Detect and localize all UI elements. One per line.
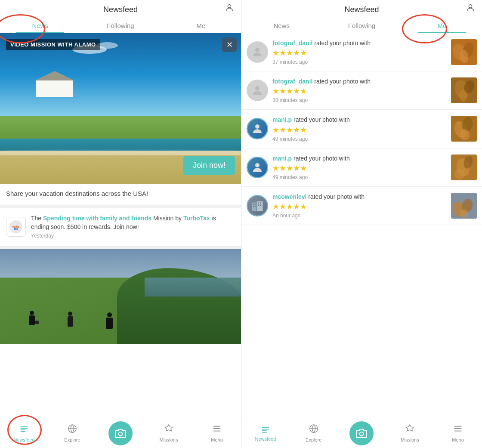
menu-icon-left [212,424,222,436]
notif-item-2: fotograf_danil rated your photo with ★★★… [241,71,482,110]
join-button[interactable]: Join now! [183,156,235,175]
notif-time-5: An hour ago [272,213,447,219]
svg-point-11 [119,432,123,436]
svg-rect-37 [257,201,263,211]
left-tab-news[interactable]: News [0,18,80,33]
svg-point-49 [460,209,468,218]
svg-rect-39 [255,204,256,205]
right-nav-missions-label: Missions [401,437,419,442]
svg-rect-41 [255,206,256,207]
right-nav-newsfeed[interactable]: Newsfeed [241,418,290,448]
right-nav-menu-label: Menu [452,437,464,442]
right-nav-menu[interactable]: Menu [434,418,482,448]
notif-item-1: fotograf_danil rated your photo with ★★★… [241,33,482,71]
notif-time-1: 37 minutes ago [272,59,447,65]
notif-thumb-5 [451,193,477,219]
notif-stars-5: ★★★★★ [272,202,447,211]
notif-stars-4: ★★★★★ [272,164,447,173]
right-header-title: Newsfeed [344,5,379,14]
right-header: Newsfeed [241,0,482,18]
notif-item-3: mani.p rated your photo with ★★★★★ 49 mi… [241,110,482,148]
right-bottom-nav: Newsfeed Explore [241,418,482,448]
left-nav-newsfeed[interactable]: Newsfeed [0,418,48,448]
left-nav-missions-label: Missions [160,437,178,442]
notif-text-1: fotograf_danil rated your photo with [272,39,447,47]
notif-time-2: 38 minutes ago [272,97,447,103]
left-tab-me[interactable]: Me [161,18,241,33]
notif-thumb-2 [451,77,477,103]
right-missions-icon [405,424,414,436]
left-tab-following[interactable]: Following [80,18,161,33]
notif-body-4: mani.p rated your photo with ★★★★★ 49 mi… [272,154,447,180]
svg-rect-38 [253,204,254,205]
left-bottom-nav: Newsfeed Explore [0,418,241,448]
svg-point-0 [228,4,231,7]
right-panel: Newsfeed News Following Me fotograf_dani… [241,0,482,448]
beach-house [36,71,79,97]
right-tab-news[interactable]: News [241,18,321,33]
notif-thumb-3 [451,116,477,142]
left-nav-menu-label: Menu [211,437,223,442]
notif-time-4: 49 minutes ago [272,174,447,180]
notif-text-3: mani.p rated your photo with [272,116,447,124]
left-nav-menu[interactable]: Menu [193,418,241,448]
notif-avatar-5 [247,195,268,216]
right-profile-icon[interactable] [466,3,475,15]
notif-text-2: fotograf_danil rated your photo with [272,77,447,85]
svg-rect-43 [260,202,261,204]
hiking-image [0,249,241,344]
right-tab-following[interactable]: Following [321,18,402,33]
right-nav-explore-label: Explore [306,437,321,442]
right-nav-missions[interactable]: Missions [386,418,434,448]
left-tabs: News Following Me [0,18,241,33]
svg-point-16 [255,48,260,52]
right-tabs: News Following Me [241,18,482,33]
notif-body-5: mcowenlevi rated your photo with ★★★★★ A… [272,193,447,219]
notif-avatar-2 [247,80,268,101]
turbotax-feed-item: turbo tax The Spending time with family … [0,208,241,249]
svg-point-21 [255,86,260,90]
left-header: Newsfeed [0,0,241,18]
svg-rect-42 [258,202,259,204]
notif-text-5: mcowenlevi rated your photo with [272,193,447,201]
left-nav-newsfeed-label: Newsfeed [14,437,35,442]
notif-avatar-4 [247,157,268,178]
notif-text-4: mani.p rated your photo with [272,154,447,162]
mission-description: Share your vacation destinations across … [0,184,241,208]
right-explore-icon [309,424,318,436]
svg-point-26 [255,124,260,129]
camera-button[interactable] [108,421,133,445]
right-nav-camera[interactable] [338,421,386,445]
notif-thumb-1 [451,39,477,65]
mission-card: VIDEO MISSION WITH ALAMO ✕ Join now! [0,33,241,184]
right-tab-me[interactable]: Me [402,18,482,33]
svg-text:tax: tax [14,228,18,231]
right-camera-button[interactable] [349,421,374,445]
right-nav-explore[interactable]: Explore [290,418,338,448]
missions-icon [164,424,173,436]
notif-body-1: fotograf_danil rated your photo with ★★★… [272,39,447,65]
left-nav-missions[interactable]: Missions [145,418,193,448]
notif-avatar-1 [247,41,268,63]
left-header-title: Newsfeed [103,5,138,14]
notif-stars-1: ★★★★★ [272,48,447,58]
svg-point-31 [255,163,260,167]
svg-rect-44 [258,204,259,206]
svg-point-15 [469,4,472,7]
notif-time-3: 49 minutes ago [272,136,447,142]
turbotax-feed-text: The Spending time with family and friend… [31,214,235,240]
mission-close-button[interactable]: ✕ [222,37,237,52]
left-nav-camera[interactable] [96,421,145,445]
left-nav-explore[interactable]: Explore [48,418,96,448]
turbotax-logo: turbo tax [6,217,26,237]
right-menu-icon [453,424,463,436]
right-nav-newsfeed-label: Newsfeed [255,436,276,442]
svg-rect-45 [260,204,261,206]
notif-item-5: mcowenlevi rated your photo with ★★★★★ A… [241,187,482,225]
notif-avatar-3 [247,118,268,139]
notif-body-3: mani.p rated your photo with ★★★★★ 49 mi… [272,116,447,142]
left-nav-explore-label: Explore [64,437,80,442]
explore-icon [68,424,77,436]
notification-list: fotograf_danil rated your photo with ★★★… [241,33,482,418]
left-profile-icon[interactable] [225,3,234,15]
